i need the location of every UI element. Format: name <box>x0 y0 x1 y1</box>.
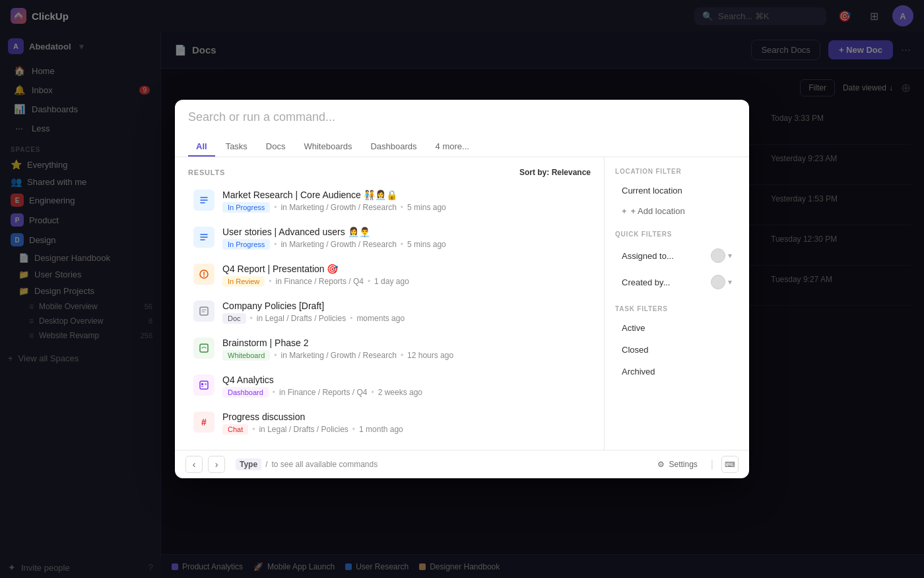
modal-back-btn[interactable]: ‹ <box>185 456 203 473</box>
assigned-to-filter[interactable]: Assigned to... ▾ <box>615 243 739 268</box>
status-badge: Doc <box>222 313 246 324</box>
result-content: Q4 Report | Presentation 🎯 In Review • i… <box>222 264 585 287</box>
modal-tabs: All Tasks Docs Whiteboards Dashboards 4 … <box>188 132 736 157</box>
svg-rect-1 <box>200 307 208 315</box>
tab-more[interactable]: 4 more... <box>428 137 477 157</box>
result-meta: Dashboard • in Finance / Reports / Q4 • … <box>222 387 585 398</box>
result-meta: Doc • in Legal / Drafts / Policies • mom… <box>222 313 585 324</box>
created-by-filter[interactable]: Created by... ▾ <box>615 270 739 295</box>
result-content: Brainstorm | Phase 2 Whiteboard • in Mar… <box>222 338 585 361</box>
svg-rect-5 <box>205 383 207 385</box>
svg-rect-6 <box>201 386 203 387</box>
svg-rect-4 <box>201 383 203 385</box>
modal-footer: ‹ › Type / to see all available commands… <box>175 450 749 478</box>
result-content: Market Research | Core Audience 🧑‍🤝‍🧑👩‍💼… <box>222 190 585 213</box>
modal-body: RESULTS Sort by: Relevance Market Resear… <box>175 157 749 450</box>
result-meta: Whiteboard • in Marketing / Growth / Res… <box>222 350 585 361</box>
result-icon <box>193 227 214 248</box>
result-item[interactable]: Q4 Analytics Dashboard • in Finance / Re… <box>180 368 599 404</box>
svg-rect-3 <box>200 381 208 389</box>
result-meta: In Progress • in Marketing / Growth / Re… <box>222 239 585 250</box>
status-badge: Whiteboard <box>222 350 270 361</box>
command-search-input[interactable] <box>188 110 736 132</box>
command-modal: All Tasks Docs Whiteboards Dashboards 4 … <box>175 100 749 478</box>
result-title: Market Research | Core Audience 🧑‍🤝‍🧑👩‍💼… <box>222 190 585 200</box>
creator-avatar <box>711 275 725 289</box>
result-item[interactable]: Market Research | Core Audience 🧑‍🤝‍🧑👩‍💼… <box>180 183 599 219</box>
svg-rect-2 <box>200 344 208 352</box>
modal-filters: LOCATION FILTER Current location + + Add… <box>604 157 749 450</box>
sort-control[interactable]: Sort by: Relevance <box>519 168 591 177</box>
hash-icon: # <box>201 417 207 427</box>
result-item[interactable]: Q4 Report | Presentation 🎯 In Review • i… <box>180 257 599 293</box>
result-icon <box>193 338 214 359</box>
result-item[interactable]: Brainstorm | Phase 2 Whiteboard • in Mar… <box>180 331 599 367</box>
active-filter[interactable]: Active <box>615 318 739 338</box>
closed-filter[interactable]: Closed <box>615 340 739 360</box>
result-item[interactable]: Company Policies [Draft] Doc • in Legal … <box>180 294 599 330</box>
status-badge: In Progress <box>222 239 270 250</box>
assignee-avatar <box>711 248 725 263</box>
gear-icon: ⚙ <box>657 460 665 469</box>
footer-hint: Type / to see all available commands <box>236 458 378 470</box>
result-item[interactable]: # Progress discussion Chat • in Legal / … <box>180 405 599 441</box>
current-location-filter[interactable]: Current location <box>615 180 739 201</box>
quick-filters-title: QUICK FILTERS <box>615 231 739 238</box>
result-content: Q4 Analytics Dashboard • in Finance / Re… <box>222 375 585 398</box>
result-meta: In Review • in Finance / Reports / Q4 • … <box>222 276 585 287</box>
modal-forward-btn[interactable]: › <box>208 456 225 473</box>
modal-keyboard-btn[interactable]: ⌨ <box>721 456 739 473</box>
status-badge: Dashboard <box>222 387 269 398</box>
status-badge: In Review <box>222 276 265 287</box>
location-filter-title: LOCATION FILTER <box>615 168 739 175</box>
modal-results: RESULTS Sort by: Relevance Market Resear… <box>175 157 604 450</box>
result-item[interactable]: User stories | Advanced users 👩‍💼👨‍💼 In … <box>180 220 599 256</box>
result-title: Q4 Analytics <box>222 375 585 385</box>
result-content: Progress discussion Chat • in Legal / Dr… <box>222 412 585 435</box>
divider: | <box>708 458 716 470</box>
result-title: Q4 Report | Presentation 🎯 <box>222 264 585 274</box>
result-icon <box>193 375 214 396</box>
tab-dashboards[interactable]: Dashboards <box>362 137 424 157</box>
tab-tasks[interactable]: Tasks <box>218 137 255 157</box>
result-title: Brainstorm | Phase 2 <box>222 338 585 348</box>
modal-overlay[interactable]: All Tasks Docs Whiteboards Dashboards 4 … <box>0 0 924 578</box>
result-icon <box>193 190 214 211</box>
result-meta: Chat • in Legal / Drafts / Policies • 1 … <box>222 424 585 435</box>
tab-docs[interactable]: Docs <box>258 137 294 157</box>
add-location-btn[interactable]: + + Add location <box>615 202 739 220</box>
status-badge: In Progress <box>222 202 270 213</box>
result-title: Progress discussion <box>222 412 585 422</box>
chevron-icon: ▾ <box>728 251 732 260</box>
result-icon <box>193 264 214 285</box>
results-header: RESULTS Sort by: Relevance <box>175 165 604 182</box>
chevron-icon: ▾ <box>728 277 732 287</box>
modal-settings-btn[interactable]: ⚙ Settings <box>652 457 702 472</box>
result-meta: In Progress • in Marketing / Growth / Re… <box>222 202 585 213</box>
plus-location-icon: + <box>622 206 627 216</box>
task-filters-title: TASK FILTERS <box>615 305 739 312</box>
status-badge: Chat <box>222 424 248 435</box>
result-icon: # <box>193 412 214 433</box>
result-content: User stories | Advanced users 👩‍💼👨‍💼 In … <box>222 227 585 250</box>
result-title: User stories | Advanced users 👩‍💼👨‍💼 <box>222 227 585 237</box>
modal-search-area: All Tasks Docs Whiteboards Dashboards 4 … <box>175 100 749 157</box>
result-content: Company Policies [Draft] Doc • in Legal … <box>222 301 585 324</box>
result-title: Company Policies [Draft] <box>222 301 585 311</box>
tab-whiteboards[interactable]: Whiteboards <box>296 137 360 157</box>
archived-filter[interactable]: Archived <box>615 361 739 382</box>
result-icon <box>193 301 214 322</box>
tab-all[interactable]: All <box>188 137 215 157</box>
